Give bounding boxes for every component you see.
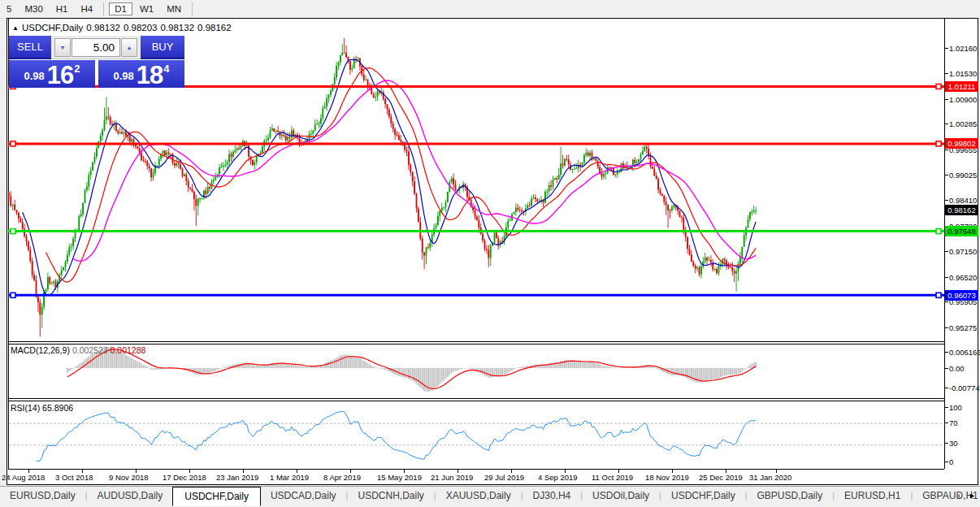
collapse-arrow-icon[interactable]: ▲ <box>12 24 19 32</box>
chart-tab-usdchf-daily[interactable]: USDCHF,Daily <box>172 487 261 506</box>
date-axis-label: 8 Apr 2019 <box>323 473 361 482</box>
sell-price-big: 16 <box>47 65 73 85</box>
price-axis-label: 1.00285 <box>949 119 977 128</box>
date-axis-label: 3 Oct 2018 <box>55 473 93 482</box>
price-badge-0.97648: 0.97648 <box>945 226 978 236</box>
price-axis-label: 0.99025 <box>949 171 977 180</box>
chart-tab-usdcad-daily[interactable]: USDCAD,Daily <box>261 488 346 505</box>
buy-button[interactable]: BUY <box>141 36 184 59</box>
macd-value-main: 0.002523 <box>72 345 108 355</box>
volume-stepper: ▼ ▲ <box>51 36 141 59</box>
macd-axis-label: 0.00 <box>949 364 965 373</box>
date-axis-label: 11 Oct 2019 <box>592 473 633 482</box>
chart-tab-usdcnh-daily[interactable]: USDCNH,Daily <box>348 488 433 505</box>
toolbar-separator <box>192 2 193 15</box>
current-price-badge: 0.98162 <box>945 205 978 215</box>
macd-axis-label: -0.00774 <box>949 384 980 392</box>
date-axis-label: 15 May 2019 <box>377 473 422 482</box>
buy-price-button[interactable]: 0.98 18 4 <box>98 60 184 88</box>
one-click-trade-panel: SELL ▼ ▲ BUY 0.98 16 2 0.98 18 4 <box>9 36 184 88</box>
rsi-name: RSI(14) <box>11 403 40 413</box>
date-axis-label: 17 Dec 2018 <box>163 473 206 482</box>
timeframe-button-d1[interactable]: D1 <box>109 2 132 15</box>
rsi-line <box>37 412 757 462</box>
macd-histogram <box>67 347 757 392</box>
timeframe-button-mn[interactable]: MN <box>161 2 187 15</box>
chart-tab-bar: EURUSD,Daily|AUDUSD,DailyUSDCHF,DailyUSD… <box>0 486 980 507</box>
timeframe-toolbar: 5M30H1H4D1W1MN <box>0 0 980 19</box>
macd-name: MACD(12,26,9) <box>11 345 70 355</box>
timeframe-button-5[interactable]: 5 <box>1 2 17 15</box>
sell-price-sup: 2 <box>74 63 80 75</box>
chart-tab-eurusd-h1[interactable]: EURUSD,H1 <box>835 488 910 505</box>
price-axis-label: 1.02160 <box>949 44 977 53</box>
ma-20 <box>46 68 757 283</box>
date-axis-label: 21 Jun 2019 <box>431 473 473 482</box>
rsi-axis-label: 30 <box>949 439 958 448</box>
ma-8 <box>23 59 756 295</box>
price-axis-label: 1.00900 <box>949 95 977 104</box>
sell-price-button[interactable]: 0.98 16 2 <box>9 60 95 88</box>
mt4-terminal: 5M30H1H4D1W1MN ▲USDCHF,Daily0.981320.982… <box>0 0 980 507</box>
chart-tab-audusd-daily[interactable]: AUDUSD,Daily <box>88 488 173 505</box>
toolbar-separator <box>103 2 104 15</box>
timeframe-button-h4[interactable]: H4 <box>75 2 98 15</box>
ohlc-close: 0.98162 <box>197 23 232 32</box>
chart-tab-dj30-h4[interactable]: DJ30,H4 <box>523 488 581 505</box>
price-axis-label: 1.01530 <box>949 69 977 78</box>
ohlc-high: 0.98203 <box>124 23 158 32</box>
date-axis-label: 4 Sep 2019 <box>538 473 578 482</box>
date-axis-label: 23 Jan 2019 <box>216 473 258 482</box>
price-badge-0.96073: 0.96073 <box>945 290 978 301</box>
sell-price-base: 0.98 <box>24 70 44 82</box>
sell-button[interactable]: SELL <box>9 36 51 59</box>
rsi-axis-label: 100 <box>949 403 962 412</box>
date-axis-label: 1 Mar 2019 <box>270 473 309 482</box>
ohlc-open: 0.98132 <box>86 23 120 32</box>
macd-axis-label: 0.006166 <box>949 348 980 357</box>
rsi-value: 65.8906 <box>42 403 73 413</box>
hline-0.96073[interactable] <box>8 292 944 297</box>
buy-price-sup: 4 <box>163 63 169 75</box>
date-axis-label: 18 Nov 2019 <box>645 473 689 482</box>
volume-down-button[interactable]: ▼ <box>54 38 71 57</box>
buy-price-big: 18 <box>137 65 163 85</box>
price-axis-label: 0.97150 <box>949 247 977 256</box>
rsi-label: RSI(14) 65.8906 <box>11 403 73 413</box>
price-badge-0.99802: 0.99802 <box>945 138 978 149</box>
macd-label: MACD(12,26,9) 0.002523 0.001288 <box>11 345 145 355</box>
date-axis-label: 25 Dec 2019 <box>699 473 743 482</box>
volume-input[interactable] <box>72 38 120 57</box>
volume-up-button[interactable]: ▲ <box>121 38 137 57</box>
chart-tab-gbpusd-daily[interactable]: GBPUSD,Daily <box>748 488 833 505</box>
ohlc-low: 0.98132 <box>160 23 194 32</box>
date-axis-label: 9 Nov 2018 <box>109 473 149 482</box>
price-axis-label: 0.98410 <box>949 196 977 205</box>
tabs-scroll-left-icon[interactable]: ◄ <box>954 492 961 500</box>
hline-0.97648[interactable] <box>8 229 944 234</box>
price-axis-label: 0.95275 <box>949 323 977 332</box>
date-axis-label: 31 Jan 2020 <box>749 473 791 482</box>
ma-34 <box>73 80 756 261</box>
rsi-axis-label: 0 <box>949 457 953 466</box>
volume-up-icon: ▲ <box>127 45 132 50</box>
chart-title: ▲USDCHF,Daily0.981320.982030.981320.9816… <box>12 23 235 32</box>
volume-down-icon: ▼ <box>60 45 66 50</box>
chart-tab-xauusd-daily[interactable]: XAUUSD,Daily <box>436 488 521 505</box>
price-badge-1.01211: 1.01211 <box>945 81 978 92</box>
chart-window[interactable]: ▲USDCHF,Daily0.981320.982030.981320.9816… <box>7 18 978 485</box>
date-axis-label: 24 Aug 2018 <box>2 473 45 482</box>
date-axis-label: 29 Jul 2019 <box>484 473 524 482</box>
timeframe-button-w1[interactable]: W1 <box>134 2 159 15</box>
chart-tab-eurusd-daily[interactable]: EURUSD,Daily <box>0 488 85 505</box>
timeframe-button-m30[interactable]: M30 <box>19 2 48 15</box>
chart-tab-usdchf-daily[interactable]: USDCHF,Daily <box>661 488 745 505</box>
price-axis-label: 0.96520 <box>949 273 977 282</box>
macd-value-signal: 0.001288 <box>111 345 146 355</box>
chart-tab-usdoil-daily[interactable]: USDOil,Daily <box>583 488 659 505</box>
chart-symbol-label: USDCHF,Daily <box>22 23 83 32</box>
rsi-axis-label: 70 <box>949 418 958 427</box>
timeframe-button-h1[interactable]: H1 <box>50 2 74 15</box>
buy-price-base: 0.98 <box>113 70 133 82</box>
tabs-scroll-right-icon[interactable]: ► <box>969 492 976 500</box>
